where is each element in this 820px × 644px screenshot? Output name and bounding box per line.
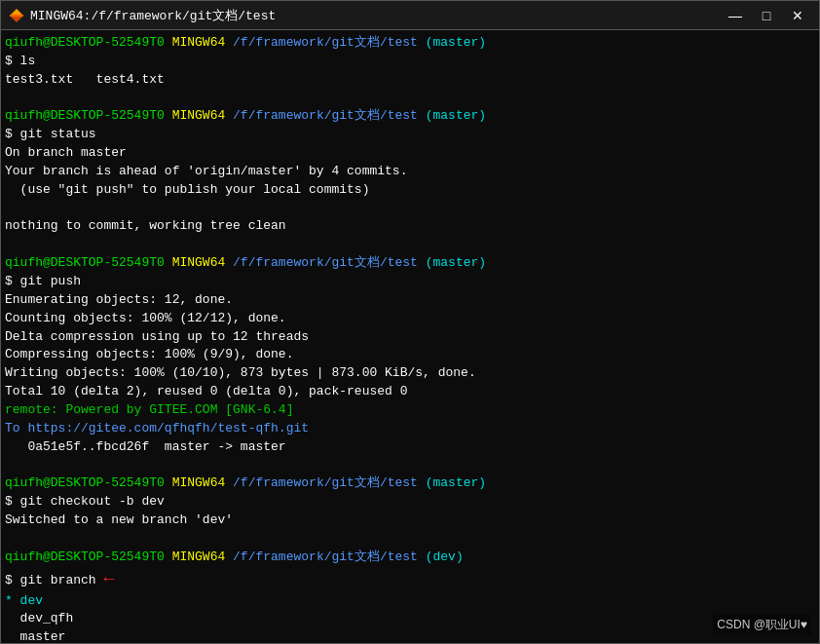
terminal-line: Counting objects: 100% (12/12), done. — [5, 310, 815, 328]
terminal-line: qiufh@DESKTOP-52549T0 MINGW64 /f/framewo… — [5, 474, 815, 493]
terminal-body[interactable]: qiufh@DESKTOP-52549T0 MINGW64 /f/framewo… — [1, 30, 819, 643]
terminal-line — [5, 90, 815, 108]
app-icon — [9, 8, 24, 23]
window-title: MINGW64:/f/framework/git文档/test — [30, 7, 722, 24]
terminal-line: $ ls — [5, 53, 815, 71]
terminal-line: * dev — [5, 592, 815, 611]
terminal-window: MINGW64:/f/framework/git文档/test — □ ✕ qi… — [0, 0, 820, 644]
svg-rect-0 — [10, 15, 23, 17]
terminal-line: qiufh@DESKTOP-52549T0 MINGW64 /f/framewo… — [5, 107, 815, 126]
title-bar: MINGW64:/f/framework/git文档/test — □ ✕ — [1, 1, 819, 30]
terminal-line: $ git push — [5, 273, 815, 291]
terminal-line: Delta compression using up to 12 threads — [5, 328, 815, 347]
svg-marker-2 — [11, 17, 22, 22]
terminal-line: $ git status — [5, 126, 815, 144]
terminal-line: Switched to a new branch 'dev' — [5, 511, 815, 530]
terminal-line: (use "git push" to publish your local co… — [5, 181, 815, 200]
terminal-line: To https://gitee.com/qfhqfh/test-qfh.git — [5, 420, 815, 438]
terminal-line: qiufh@DESKTOP-52549T0 MINGW64 /f/framewo… — [5, 254, 815, 273]
terminal-line — [5, 200, 815, 218]
maximize-button[interactable]: □ — [753, 5, 780, 26]
terminal-line: 0a51e5f..fbcd26f master -> master — [5, 438, 815, 457]
terminal-line: nothing to commit, working tree clean — [5, 217, 815, 236]
close-button[interactable]: ✕ — [784, 5, 811, 26]
terminal-line: Enumerating objects: 12, done. — [5, 291, 815, 310]
watermark: CSDN @职业UI♥ — [713, 615, 811, 635]
terminal-line — [5, 456, 815, 474]
terminal-line — [5, 236, 815, 254]
svg-marker-1 — [11, 9, 22, 15]
terminal-line: qiufh@DESKTOP-52549T0 MINGW64 /f/framewo… — [5, 34, 815, 53]
terminal-line — [5, 530, 815, 549]
terminal-line: $ git checkout -b dev — [5, 493, 815, 511]
window-controls: — □ ✕ — [722, 5, 811, 26]
terminal-line: On branch master — [5, 144, 815, 163]
terminal-line: Writing objects: 100% (10/10), 873 bytes… — [5, 364, 815, 383]
terminal-line: Total 10 (delta 2), reused 0 (delta 0), … — [5, 383, 815, 401]
terminal-line: Compressing objects: 100% (9/9), done. — [5, 346, 815, 364]
terminal-line: test3.txt test4.txt — [5, 71, 815, 90]
terminal-line: $ git branch ← — [5, 566, 815, 591]
terminal-line: qiufh@DESKTOP-52549T0 MINGW64 /f/framewo… — [5, 549, 815, 567]
terminal-line: master — [5, 628, 815, 643]
minimize-button[interactable]: — — [722, 5, 749, 26]
terminal-line: dev_qfh — [5, 610, 815, 628]
terminal-line: remote: Powered by GITEE.COM [GNK-6.4] — [5, 401, 815, 420]
terminal-line: Your branch is ahead of 'origin/master' … — [5, 163, 815, 181]
